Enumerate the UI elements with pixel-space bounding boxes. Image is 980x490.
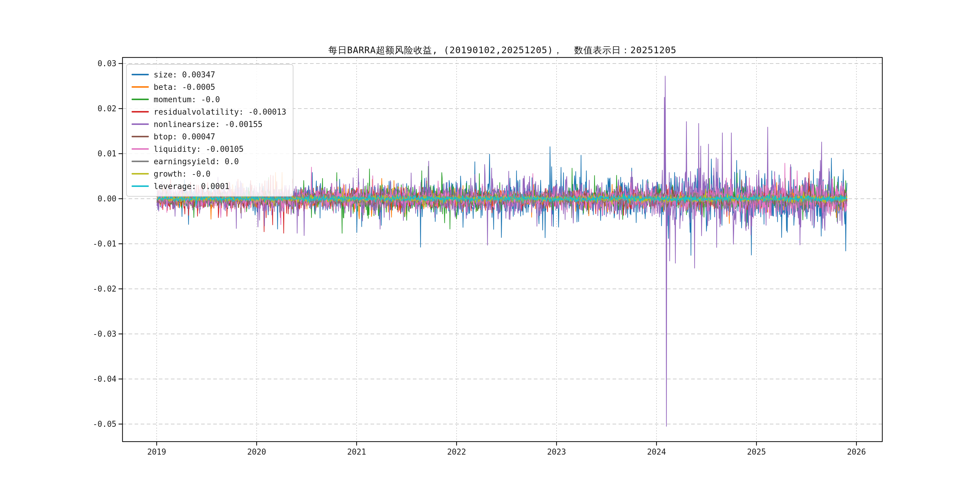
y-tick-label: 0.01 [65,149,116,159]
x-tick-label: 2023 [532,447,581,457]
x-tick-label: 2025 [732,447,781,457]
legend-item-liquidity: liquidity: -0.00105 [132,143,286,155]
legend-label: leverage: 0.0001 [154,182,229,190]
series-line-swatch [132,136,149,137]
series-line-swatch [132,111,149,113]
y-tick-label: 0.03 [65,59,116,68]
legend-item-earningsyield: earningsyield: 0.0 [132,155,286,167]
x-tick-label: 2026 [832,447,881,457]
legend-label: btop: 0.00047 [154,133,215,141]
series-line-swatch [132,173,149,175]
legend-label: size: 0.00347 [154,71,215,79]
x-tick-label: 2021 [332,447,381,457]
legend-item-leverage: leverage: 0.0001 [132,180,286,192]
legend-item-size: size: 0.00347 [132,68,286,81]
y-tick-label: 0.00 [65,194,116,204]
series-line-swatch [132,148,149,150]
y-tick-label: 0.02 [65,104,116,113]
legend-item-btop: btop: 0.00047 [132,130,286,143]
series-line-swatch [132,74,149,75]
y-tick-label: -0.05 [65,419,116,429]
x-tick-label: 2019 [132,447,181,457]
y-tick-label: -0.01 [65,239,116,249]
x-tick-label: 2020 [232,447,281,457]
series-line-swatch [132,86,149,88]
legend-label: beta: -0.0005 [154,83,215,91]
x-tick-label: 2024 [632,447,681,457]
series-line-swatch [132,99,149,100]
y-tick-label: -0.03 [65,329,116,339]
legend-item-nonlinearsize: nonlinearsize: -0.00155 [132,118,286,130]
y-tick-label: -0.02 [65,284,116,294]
legend-label: liquidity: -0.00105 [154,145,243,153]
series-line-swatch [132,185,149,187]
legend-item-growth: growth: -0.0 [132,167,286,180]
legend-label: growth: -0.0 [154,170,210,178]
legend-item-residualvolatility: residualvolatility: -0.00013 [132,105,286,118]
series-line-swatch [132,123,149,125]
legend-item-beta: beta: -0.0005 [132,81,286,93]
legend-label: residualvolatility: -0.00013 [154,108,286,116]
x-tick-label: 2022 [433,447,481,457]
legend-label: momentum: -0.0 [154,95,220,103]
legend: size: 0.00347 beta: -0.0005 momentum: -0… [126,64,293,197]
y-tick-label: -0.04 [65,374,116,384]
legend-item-momentum: momentum: -0.0 [132,93,286,105]
barra-daily-return-chart: 每日BARRA超额风险收益, (20190102,20251205)， 数值表示… [0,0,980,490]
legend-label: nonlinearsize: -0.00155 [154,120,262,128]
legend-label: earningsyield: 0.0 [154,158,239,165]
series-line-swatch [132,161,149,162]
chart-title: 每日BARRA超额风险收益, (20190102,20251205)， 数值表示… [123,44,882,57]
